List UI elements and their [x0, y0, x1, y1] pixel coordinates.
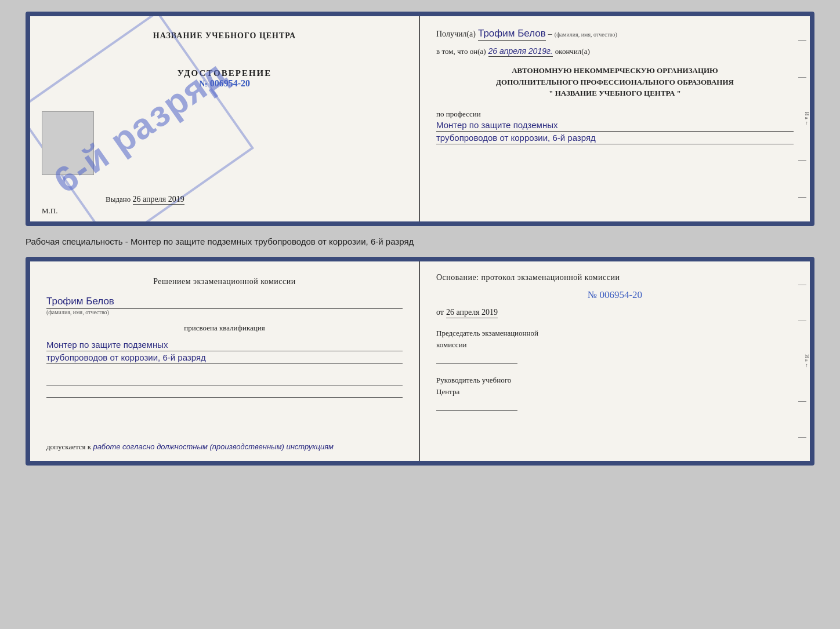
number-large: № 006954-20 [436, 289, 794, 301]
underline-2 [46, 387, 403, 398]
number-value: 006954-20 [599, 289, 642, 300]
side-line-4 [798, 197, 806, 198]
underlines-block [46, 375, 403, 399]
vtom-label: в том, что он(а) [436, 47, 486, 56]
side-label-top: И а ← [798, 112, 810, 126]
org-line3: " НАЗВАНИЕ УЧЕБНОГО ЦЕНТРА " [436, 88, 794, 99]
side-lines-bottom: И а ← [798, 261, 810, 461]
mp-block: М.П. [42, 206, 57, 216]
side-line-b3 [798, 401, 806, 402]
fio-handwritten: Трофим Белов [478, 28, 546, 41]
underline-1 [46, 376, 403, 386]
rukovoditel-block: Руководитель учебного Центра [436, 375, 794, 411]
org-line1: АВТОНОМНУЮ НЕКОММЕРЧЕСКУЮ ОРГАНИЗАЦИЮ [436, 65, 794, 77]
org-block: АВТОНОМНУЮ НЕКОММЕРЧЕСКУЮ ОРГАНИЗАЦИЮ ДО… [436, 65, 794, 99]
predsedatel-line2: комиссии [436, 339, 794, 351]
rukovoditel-sign-line [436, 399, 517, 411]
side-line-2 [798, 77, 806, 78]
predsedatel-line1: Председатель экзаменационной [436, 328, 794, 339]
poluchil-line: Получил(а) Трофим Белов – (фамилия, имя,… [436, 28, 794, 41]
org-line2: ДОПОЛНИТЕЛЬНОГО ПРОФЕССИОНАЛЬНОГО ОБРАЗО… [436, 77, 794, 88]
vtom-line: в том, что он(а) 26 апреля 2019г. окончи… [436, 46, 794, 57]
top-certificate: НАЗВАНИЕ УЧЕБНОГО ЦЕНТРА 6-й разряд УДОС… [26, 12, 814, 226]
prisvoena-text: присвоена квалификация [46, 323, 403, 333]
prof-block: по профессии Монтер по защите подземных … [436, 110, 794, 144]
side-line-b1 [798, 285, 806, 285]
cert-bottom-right: Основание: протокол экзаменационной коми… [420, 261, 810, 461]
cert-top-right: Получил(а) Трофим Белов – (фамилия, имя,… [420, 16, 810, 221]
prof-line2: трубопроводов от коррозии, 6-й разряд [436, 133, 794, 144]
fio-bottom-sublabel: (фамилия, имя, отчество) [46, 309, 403, 315]
predsedatel-sign-line [436, 352, 517, 364]
okochil-label: окончил(а) [555, 47, 590, 56]
cert-top-left: НАЗВАНИЕ УЧЕБНОГО ЦЕНТРА 6-й разряд УДОС… [30, 16, 420, 221]
rukovoditel-line1: Руководитель учебного [436, 375, 794, 386]
qual-block: Монтер по защите подземных трубопроводов… [46, 339, 403, 364]
dopuskaetsya-block: допускается к работе согласно должностны… [46, 442, 407, 452]
bottom-certificate: Решением экзаменационной комиссии Трофим… [26, 257, 814, 466]
side-lines-top: И а ← [798, 16, 810, 221]
fio-sublabel: (фамилия, имя, отчество) [555, 31, 617, 38]
cert-bottom-left: Решением экзаменационной комиссии Трофим… [30, 261, 420, 461]
stamp-overlay: 6-й разряд [31, 18, 250, 226]
prof-line1: Монтер по защите подземных [436, 120, 794, 132]
side-label-bottom: И а ← [798, 354, 810, 368]
dopuskaetsya-label: допускается к [46, 442, 91, 451]
ot-label: от [436, 308, 444, 318]
side-line-3 [798, 160, 806, 161]
number-label: № [588, 289, 597, 300]
po-professii: по профессии [436, 110, 481, 118]
osnovanie-title: Основание: протокол экзаменационной коми… [436, 273, 794, 282]
fio-block-bottom: Трофим Белов (фамилия, имя, отчество) [46, 296, 403, 315]
poluchil-dash: – [548, 30, 552, 39]
ot-date: 26 апреля 2019 [446, 308, 498, 318]
predsedatel-block: Председатель экзаменационной комиссии [436, 328, 794, 364]
mp-text: М.П. [42, 206, 57, 215]
dopuskaetsya-value: работе согласно должностным (производств… [93, 442, 334, 451]
specialty-label: Рабочая специальность - Монтер по защите… [26, 235, 814, 248]
side-line-b2 [798, 321, 806, 321]
reshenie-title: Решением экзаменационной комиссии [46, 275, 403, 288]
qual-line2: трубопроводов от коррозии, 6-й разряд [46, 352, 403, 364]
ot-line: от 26 апреля 2019 [436, 308, 794, 318]
fio-bottom-handwritten: Трофим Белов [46, 296, 403, 309]
poluchil-label: Получил(а) [436, 30, 476, 39]
qual-line1: Монтер по защите подземных [46, 340, 403, 351]
vtom-date: 26 апреля 2019г. [488, 46, 553, 57]
rukovoditel-line2: Центра [436, 386, 794, 398]
side-line-b4 [798, 437, 806, 438]
side-line-1 [798, 40, 806, 41]
